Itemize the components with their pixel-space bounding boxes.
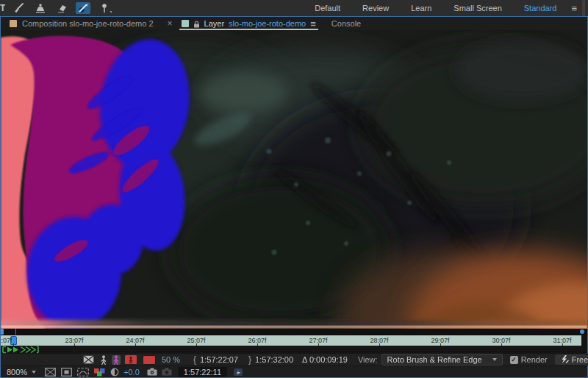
navigator-current-time-marker — [15, 329, 16, 335]
workspace-tab-default[interactable]: Default — [304, 4, 351, 13]
viewer-canvas[interactable] — [1, 30, 587, 329]
composition-swatch-icon — [10, 20, 17, 27]
layer-tab-prefix: Layer — [204, 19, 225, 28]
timeline-ruler[interactable]: 22:07f23:07f24:07f25:07f26:07f27:07f28:0… — [1, 335, 581, 346]
workspace-tab-learn[interactable]: Learn — [400, 4, 442, 13]
exposure-value[interactable]: +0.0 — [123, 368, 140, 377]
workspace-tab-review[interactable]: Review — [351, 4, 400, 13]
workspace-menu-icon[interactable]: ≡ — [567, 3, 580, 14]
tab-layer[interactable]: Layer slo-mo-joe-roto-demo ≡ — [182, 17, 315, 30]
roto-controls-bar: 50 % { 1:57:22:07 } 1:57:32:00 Δ 0:00:09… — [1, 354, 588, 365]
alpha-boundary-person-icon — [112, 355, 120, 365]
clone-stamp-tool[interactable] — [33, 2, 48, 14]
navigator-start-handle[interactable] — [1, 329, 4, 335]
duration-value: Δ 0:00:09:19 — [302, 355, 348, 364]
out-point-icon: } — [248, 354, 251, 365]
type-tool[interactable]: T — [0, 0, 5, 16]
in-point-icon: { — [193, 354, 196, 365]
workspace-tab-standard[interactable]: Standard — [513, 4, 568, 13]
checkmark-icon: ✓ — [510, 356, 518, 364]
roto-brush-icon — [77, 3, 89, 13]
toggle-alpha-overlay-button[interactable] — [125, 355, 137, 364]
toggle-transparency-grid-button[interactable] — [83, 355, 94, 364]
region-of-interest-button[interactable] — [61, 368, 72, 377]
rgb-channels-icon — [94, 368, 105, 377]
overlay-opacity-value[interactable]: 50 % — [162, 355, 180, 364]
magnification-value[interactable]: 800% — [7, 368, 27, 377]
transparency-grid-button[interactable] — [45, 368, 56, 377]
eraser-tool[interactable] — [54, 2, 69, 14]
alpha-overlay-icon — [125, 355, 137, 364]
toggle-mask-visibility-button[interactable] — [77, 368, 89, 377]
in-point-time[interactable]: 1:57:22:07 — [200, 355, 238, 364]
camera-icon — [147, 368, 157, 376]
after-effects-window: T — [0, 0, 588, 378]
workspace-tabs: Default Review Learn Small Screen Standa… — [304, 0, 585, 16]
chevron-down-icon — [492, 358, 497, 361]
render-label: Render — [521, 355, 548, 364]
transparency-grid-icon — [83, 355, 94, 364]
tab-console[interactable]: Console — [331, 19, 361, 28]
panel-menu-icon[interactable]: ≡ — [310, 18, 315, 29]
view-label: View: — [358, 355, 378, 364]
roto-span-row — [1, 346, 587, 354]
overlay-color-swatch[interactable] — [143, 355, 156, 365]
take-snapshot-button[interactable] — [147, 368, 157, 376]
clone-stamp-icon — [35, 4, 46, 13]
out-point-time[interactable]: 1:57:32:00 — [255, 355, 293, 364]
navigator-end-handle[interactable] — [580, 329, 584, 334]
reset-exposure-button[interactable] — [110, 368, 119, 377]
close-icon[interactable]: × — [168, 18, 173, 29]
eraser-icon — [57, 4, 68, 13]
exposure-icon — [110, 368, 119, 377]
current-time-display[interactable]: 1:57:22:11 — [178, 367, 227, 377]
ruler-label: 22:07f — [1, 337, 12, 344]
composition-tab-label: Composition slo-mo-joe-roto-demo 2 — [22, 19, 154, 28]
layer-panel: Composition slo-mo-joe-roto-demo 2 × Lay… — [0, 16, 588, 378]
roto-span-indicator — [1, 346, 45, 354]
freeze-button[interactable]: Freeze — [555, 354, 588, 365]
magnification-chevron-icon[interactable] — [32, 371, 36, 374]
alpha-person-icon — [100, 355, 107, 365]
region-of-interest-icon — [61, 368, 72, 377]
show-channel-button[interactable] — [94, 368, 105, 377]
brush-tool[interactable] — [12, 2, 26, 14]
mask-paths-icon — [77, 368, 89, 377]
show-snapshot-icon — [162, 368, 172, 376]
view-dropdown-value: Roto Brush & Refine Edge — [387, 355, 482, 364]
tool-bar: T — [0, 0, 588, 16]
toggle-alpha-button[interactable] — [100, 355, 107, 365]
freeze-label: Freeze — [572, 355, 588, 364]
transparency-grid-icon — [45, 368, 56, 377]
viewer-status-bar: 800% — [1, 365, 587, 377]
puppet-pin-tool[interactable] — [97, 2, 112, 14]
fast-previews-button[interactable] — [233, 368, 243, 377]
workspace-tab-small-screen[interactable]: Small Screen — [442, 4, 512, 13]
fast-previews-icon — [233, 368, 243, 377]
tab-composition[interactable]: Composition slo-mo-joe-roto-demo 2 × — [10, 18, 173, 29]
brush-icon — [13, 3, 25, 13]
panel-tab-bar: Composition slo-mo-joe-roto-demo 2 × Lay… — [1, 17, 587, 30]
view-dropdown[interactable]: Roto Brush & Refine Edge — [381, 354, 503, 365]
layer-tab-name: slo-mo-joe-roto-demo — [229, 19, 306, 28]
toggle-alpha-boundary-button[interactable] — [112, 355, 121, 365]
puppet-pin-icon — [100, 3, 109, 13]
roto-brush-image — [1, 30, 587, 329]
roto-brush-tool[interactable] — [76, 2, 90, 14]
ruler-end-cap — [581, 335, 587, 346]
show-snapshot-button[interactable] — [162, 368, 172, 376]
time-navigator[interactable] — [1, 329, 587, 335]
panel-edge — [582, 0, 585, 16]
freeze-lightning-icon — [560, 355, 569, 364]
render-checkbox[interactable]: ✓ — [510, 356, 518, 364]
layer-swatch-icon — [182, 20, 189, 27]
lock-icon — [193, 21, 200, 28]
tools-group: T — [0, 0, 112, 16]
